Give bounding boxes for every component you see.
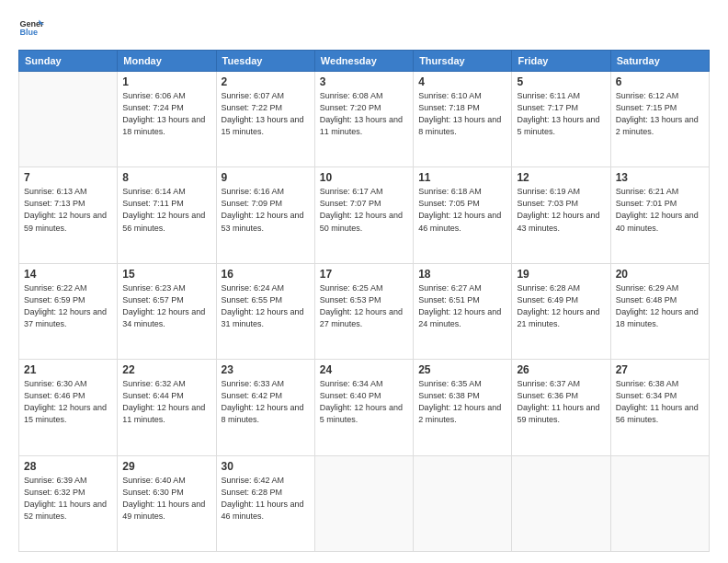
calendar-cell: 11Sunrise: 6:18 AMSunset: 7:05 PMDayligh… xyxy=(414,167,512,263)
day-number: 4 xyxy=(418,75,506,88)
calendar-cell: 28Sunrise: 6:39 AMSunset: 6:32 PMDayligh… xyxy=(19,455,118,551)
day-number: 28 xyxy=(24,460,112,473)
day-info: Sunrise: 6:08 AMSunset: 7:20 PMDaylight:… xyxy=(320,90,408,138)
calendar-cell: 2Sunrise: 6:07 AMSunset: 7:22 PMDaylight… xyxy=(216,72,314,167)
day-number: 17 xyxy=(320,268,408,281)
calendar-cell: 21Sunrise: 6:30 AMSunset: 6:46 PMDayligh… xyxy=(19,360,118,455)
day-info: Sunrise: 6:06 AMSunset: 7:24 PMDaylight:… xyxy=(122,90,210,138)
day-number: 27 xyxy=(616,363,704,376)
day-info: Sunrise: 6:42 AMSunset: 6:28 PMDaylight:… xyxy=(222,475,310,523)
calendar-cell: 9Sunrise: 6:16 AMSunset: 7:09 PMDaylight… xyxy=(216,167,314,263)
day-number: 3 xyxy=(320,75,408,88)
day-number: 5 xyxy=(517,75,605,88)
calendar-cell: 12Sunrise: 6:19 AMSunset: 7:03 PMDayligh… xyxy=(512,167,610,263)
day-number: 15 xyxy=(122,268,210,281)
calendar-cell: 4Sunrise: 6:10 AMSunset: 7:18 PMDaylight… xyxy=(414,72,512,167)
calendar-cell xyxy=(314,455,413,551)
day-info: Sunrise: 6:18 AMSunset: 7:05 PMDaylight:… xyxy=(418,186,506,234)
day-number: 20 xyxy=(616,268,704,281)
day-info: Sunrise: 6:21 AMSunset: 7:01 PMDaylight:… xyxy=(616,186,704,234)
calendar-cell: 29Sunrise: 6:40 AMSunset: 6:30 PMDayligh… xyxy=(118,455,216,551)
day-info: Sunrise: 6:27 AMSunset: 6:51 PMDaylight:… xyxy=(418,282,506,330)
day-number: 11 xyxy=(418,171,506,184)
day-number: 9 xyxy=(222,171,310,184)
svg-text:Blue: Blue xyxy=(19,28,38,37)
day-info: Sunrise: 6:39 AMSunset: 6:32 PMDaylight:… xyxy=(24,475,112,523)
day-number: 25 xyxy=(418,363,506,376)
day-info: Sunrise: 6:32 AMSunset: 6:44 PMDaylight:… xyxy=(122,378,210,426)
day-info: Sunrise: 6:10 AMSunset: 7:18 PMDaylight:… xyxy=(418,90,506,138)
day-info: Sunrise: 6:12 AMSunset: 7:15 PMDaylight:… xyxy=(616,90,704,138)
day-info: Sunrise: 6:14 AMSunset: 7:11 PMDaylight:… xyxy=(122,186,210,234)
calendar-cell xyxy=(19,72,118,167)
day-info: Sunrise: 6:37 AMSunset: 6:36 PMDaylight:… xyxy=(517,378,605,426)
day-info: Sunrise: 6:25 AMSunset: 6:53 PMDaylight:… xyxy=(320,282,408,330)
day-info: Sunrise: 6:38 AMSunset: 6:34 PMDaylight:… xyxy=(616,378,704,426)
calendar-cell: 14Sunrise: 6:22 AMSunset: 6:59 PMDayligh… xyxy=(19,263,118,359)
day-info: Sunrise: 6:11 AMSunset: 7:17 PMDaylight:… xyxy=(517,90,605,138)
header: General Blue xyxy=(18,15,710,40)
day-header-tuesday: Tuesday xyxy=(216,51,314,72)
day-number: 18 xyxy=(418,268,506,281)
day-number: 2 xyxy=(222,75,310,88)
calendar-cell: 1Sunrise: 6:06 AMSunset: 7:24 PMDaylight… xyxy=(118,72,216,167)
page: General Blue SundayMondayTuesdayWednesda… xyxy=(0,0,728,563)
calendar-cell xyxy=(512,455,610,551)
day-number: 29 xyxy=(122,460,210,473)
logo: General Blue xyxy=(18,15,48,40)
day-info: Sunrise: 6:19 AMSunset: 7:03 PMDaylight:… xyxy=(517,186,605,234)
day-info: Sunrise: 6:16 AMSunset: 7:09 PMDaylight:… xyxy=(222,186,310,234)
day-number: 19 xyxy=(517,268,605,281)
calendar-cell: 20Sunrise: 6:29 AMSunset: 6:48 PMDayligh… xyxy=(610,263,709,359)
calendar-cell: 17Sunrise: 6:25 AMSunset: 6:53 PMDayligh… xyxy=(314,263,413,359)
calendar-cell: 25Sunrise: 6:35 AMSunset: 6:38 PMDayligh… xyxy=(414,360,512,455)
calendar-cell: 22Sunrise: 6:32 AMSunset: 6:44 PMDayligh… xyxy=(118,360,216,455)
day-number: 10 xyxy=(320,171,408,184)
day-info: Sunrise: 6:13 AMSunset: 7:13 PMDaylight:… xyxy=(24,186,112,234)
calendar-cell: 26Sunrise: 6:37 AMSunset: 6:36 PMDayligh… xyxy=(512,360,610,455)
day-info: Sunrise: 6:28 AMSunset: 6:49 PMDaylight:… xyxy=(517,282,605,330)
day-number: 22 xyxy=(122,363,210,376)
calendar-cell: 8Sunrise: 6:14 AMSunset: 7:11 PMDaylight… xyxy=(118,167,216,263)
day-info: Sunrise: 6:29 AMSunset: 6:48 PMDaylight:… xyxy=(616,282,704,330)
calendar-cell: 24Sunrise: 6:34 AMSunset: 6:40 PMDayligh… xyxy=(314,360,413,455)
day-info: Sunrise: 6:24 AMSunset: 6:55 PMDaylight:… xyxy=(222,282,310,330)
day-header-friday: Friday xyxy=(512,51,610,72)
calendar-cell: 16Sunrise: 6:24 AMSunset: 6:55 PMDayligh… xyxy=(216,263,314,359)
day-info: Sunrise: 6:34 AMSunset: 6:40 PMDaylight:… xyxy=(320,378,408,426)
day-info: Sunrise: 6:23 AMSunset: 6:57 PMDaylight:… xyxy=(122,282,210,330)
day-number: 21 xyxy=(24,363,112,376)
day-number: 6 xyxy=(616,75,704,88)
calendar-cell: 15Sunrise: 6:23 AMSunset: 6:57 PMDayligh… xyxy=(118,263,216,359)
day-info: Sunrise: 6:40 AMSunset: 6:30 PMDaylight:… xyxy=(122,475,210,523)
calendar-cell xyxy=(414,455,512,551)
day-header-thursday: Thursday xyxy=(414,51,512,72)
day-number: 16 xyxy=(222,268,310,281)
calendar-cell: 5Sunrise: 6:11 AMSunset: 7:17 PMDaylight… xyxy=(512,72,610,167)
calendar-cell: 30Sunrise: 6:42 AMSunset: 6:28 PMDayligh… xyxy=(216,455,314,551)
calendar-cell: 3Sunrise: 6:08 AMSunset: 7:20 PMDaylight… xyxy=(314,72,413,167)
day-info: Sunrise: 6:07 AMSunset: 7:22 PMDaylight:… xyxy=(222,90,310,138)
calendar-cell: 27Sunrise: 6:38 AMSunset: 6:34 PMDayligh… xyxy=(610,360,709,455)
calendar-cell: 19Sunrise: 6:28 AMSunset: 6:49 PMDayligh… xyxy=(512,263,610,359)
calendar-cell: 18Sunrise: 6:27 AMSunset: 6:51 PMDayligh… xyxy=(414,263,512,359)
calendar-cell: 6Sunrise: 6:12 AMSunset: 7:15 PMDaylight… xyxy=(610,72,709,167)
day-header-saturday: Saturday xyxy=(610,51,709,72)
day-header-wednesday: Wednesday xyxy=(314,51,413,72)
day-number: 26 xyxy=(517,363,605,376)
calendar-cell xyxy=(610,455,709,551)
day-info: Sunrise: 6:35 AMSunset: 6:38 PMDaylight:… xyxy=(418,378,506,426)
day-number: 12 xyxy=(517,171,605,184)
calendar-cell: 7Sunrise: 6:13 AMSunset: 7:13 PMDaylight… xyxy=(19,167,118,263)
day-header-sunday: Sunday xyxy=(19,51,118,72)
day-number: 8 xyxy=(122,171,210,184)
calendar-table: SundayMondayTuesdayWednesdayThursdayFrid… xyxy=(18,50,710,552)
calendar-cell: 23Sunrise: 6:33 AMSunset: 6:42 PMDayligh… xyxy=(216,360,314,455)
day-info: Sunrise: 6:33 AMSunset: 6:42 PMDaylight:… xyxy=(222,378,310,426)
day-info: Sunrise: 6:17 AMSunset: 7:07 PMDaylight:… xyxy=(320,186,408,234)
day-number: 7 xyxy=(24,171,112,184)
day-number: 23 xyxy=(222,363,310,376)
day-number: 24 xyxy=(320,363,408,376)
day-number: 13 xyxy=(616,171,704,184)
calendar-cell: 13Sunrise: 6:21 AMSunset: 7:01 PMDayligh… xyxy=(610,167,709,263)
